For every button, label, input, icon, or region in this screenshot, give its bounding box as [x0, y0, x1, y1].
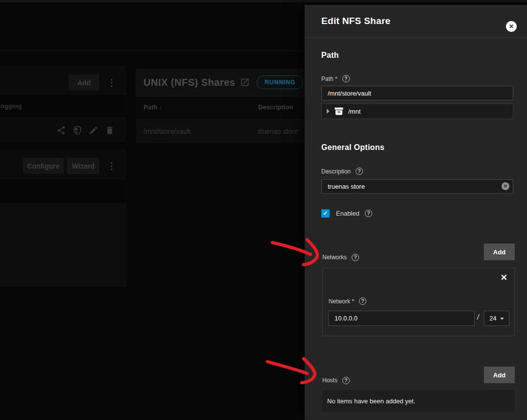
path-section-heading: Path	[321, 51, 339, 60]
description-input-wrap: ✕	[321, 179, 513, 194]
row-actions	[0, 118, 126, 142]
hosts-arrow-shaft	[267, 362, 307, 373]
networks-label-row: Networks ?	[322, 249, 359, 266]
cidr-separator: /	[477, 313, 479, 321]
prefix-value: 24	[489, 315, 496, 322]
share-icon[interactable]	[56, 125, 66, 135]
dataset-icon	[334, 106, 344, 116]
nfs-table-header: Path ↓ Description	[136, 96, 309, 119]
blocked-tasks-card: Add ⋮ Logging	[0, 66, 126, 142]
card-body	[0, 203, 126, 287]
clear-icon[interactable]: ✕	[502, 182, 509, 190]
help-icon[interactable]: ?	[352, 254, 359, 261]
help-icon[interactable]: ?	[359, 297, 366, 305]
edit-nfs-share-panel: Edit NFS Share ✕ Path Path * ? /mnt Gene…	[305, 5, 527, 420]
enabled-checkbox[interactable]: ✓	[321, 209, 330, 218]
open-in-new-icon[interactable]	[240, 77, 250, 87]
dataset-tree-node[interactable]: /mnt	[321, 103, 513, 119]
iscsi-card: Configure Wizard ⋮	[0, 149, 126, 287]
path-label-row: Path * ?	[321, 75, 350, 82]
table-row[interactable]: /mnt/store/vault truenas store	[136, 119, 309, 143]
help-icon[interactable]: ?	[342, 75, 350, 82]
column-header-path[interactable]: Path ↓	[144, 103, 162, 111]
network-input[interactable]	[328, 311, 475, 326]
networks-add-button[interactable]: Add	[484, 244, 515, 260]
add-button-dimmed[interactable]: Add	[69, 74, 99, 91]
hosts-label: Hosts	[322, 377, 337, 384]
panel-title: Edit NFS Share	[321, 16, 390, 26]
hosts-add-button[interactable]: Add	[484, 367, 515, 383]
cell-path: /mnt/store/vault	[144, 127, 191, 135]
nfs-card-header: UNIX (NFS) Shares RUNNING	[136, 69, 309, 96]
delete-icon[interactable]	[105, 125, 115, 135]
wizard-button-dimmed[interactable]: Wizard	[67, 158, 99, 174]
prefix-select[interactable]: 24	[484, 311, 509, 326]
help-icon[interactable]: ?	[342, 377, 350, 384]
top-bar	[0, 0, 527, 2]
chevron-down-icon	[500, 318, 504, 320]
configure-button-dimmed[interactable]: Configure	[23, 158, 64, 174]
column-label: Path	[144, 103, 157, 111]
tree-node-label: /mnt	[348, 108, 360, 115]
table-row: Logging	[0, 94, 126, 118]
sort-desc-icon[interactable]: ↓	[159, 103, 163, 111]
empty-state-text: No items have been added yet.	[327, 397, 415, 405]
path-input[interactable]	[321, 86, 513, 100]
path-field-label: Path *	[321, 75, 337, 82]
edit-icon[interactable]	[89, 125, 98, 135]
logging-label: Logging	[0, 95, 126, 118]
hosts-empty-state: No items have been added yet.	[322, 390, 515, 412]
networks-label: Networks	[322, 254, 347, 261]
table-row	[0, 178, 126, 203]
nfs-shares-card: UNIX (NFS) Shares RUNNING Path ↓ Descrip…	[136, 69, 309, 143]
card-toolbar: Add ⋮	[0, 66, 126, 94]
panel-header: Edit NFS Share ✕	[305, 5, 527, 38]
enabled-label: Enabled	[336, 210, 359, 217]
nfs-card-title: UNIX (NFS) Shares	[144, 77, 235, 88]
network-entry-card: ✕ Network * ? / 24	[322, 268, 515, 336]
enabled-row: ✓ Enabled ?	[321, 209, 372, 218]
more-vert-icon[interactable]: ⋮	[106, 158, 118, 174]
general-options-heading: General Options	[321, 143, 384, 152]
close-icon[interactable]: ✕	[506, 21, 517, 32]
expand-caret-icon[interactable]	[327, 109, 330, 114]
header-divider	[0, 50, 305, 51]
network-field-label: Network *	[329, 298, 354, 305]
column-header-description[interactable]: Description	[258, 103, 293, 111]
card-toolbar: Configure Wizard ⋮	[0, 149, 126, 178]
running-status-badge: RUNNING	[257, 75, 303, 89]
more-vert-icon[interactable]: ⋮	[106, 74, 118, 91]
hosts-label-row: Hosts ?	[322, 372, 350, 389]
network-label-row: Network * ?	[329, 297, 366, 305]
cell-description: truenas store	[258, 127, 298, 135]
description-label-row: Description ?	[321, 168, 363, 175]
help-icon[interactable]: ?	[356, 168, 363, 175]
remove-network-icon[interactable]: ✕	[501, 272, 507, 283]
help-icon[interactable]: ?	[365, 210, 372, 217]
description-input[interactable]	[321, 179, 513, 194]
shield-icon[interactable]	[72, 125, 82, 135]
description-field-label: Description	[321, 168, 351, 175]
